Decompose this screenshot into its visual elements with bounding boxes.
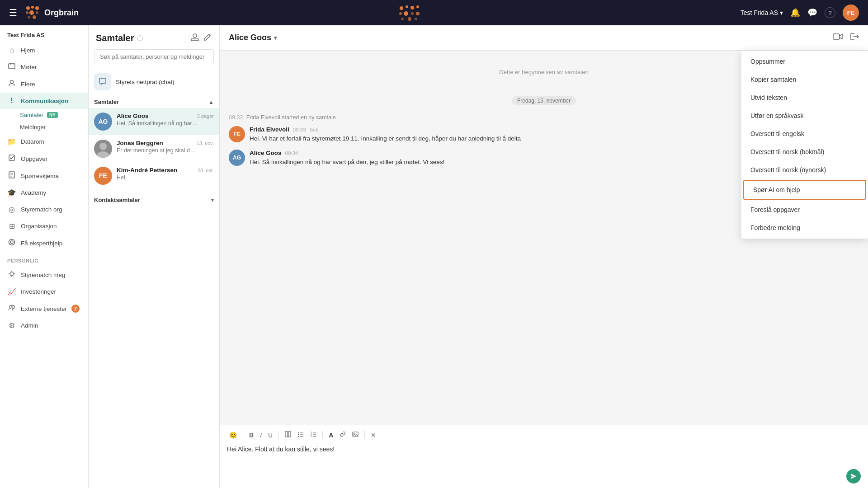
- kontakt-section-header[interactable]: Kontaktsamtaler ▾: [89, 193, 219, 206]
- video-call-icon[interactable]: [833, 33, 843, 43]
- dropdown-spor-ai[interactable]: Spør AI om hjelp: [743, 180, 866, 200]
- svg-point-5: [36, 11, 38, 14]
- send-button[interactable]: [846, 469, 861, 483]
- image-button[interactable]: [350, 430, 361, 440]
- alice-name: Alice Goos: [117, 113, 149, 119]
- sidebar-item-datarom[interactable]: 📁 Datarom: [0, 133, 88, 150]
- sidebar-item-investeringer[interactable]: 📈 Investeringer: [0, 283, 88, 300]
- sidebar-item-styrematch-meg[interactable]: Styrematch meg: [0, 266, 88, 283]
- sidebar-item-label: Investeringer: [21, 288, 56, 295]
- sidebar-item-sporreskjema[interactable]: Spørreskjema: [0, 167, 88, 184]
- sidebar: Test Frida AS ⌂ Hjem Møter Eiere ! Kommu…: [0, 25, 89, 488]
- svg-point-37: [193, 34, 197, 38]
- topbar-left: ☰ Orgbrain: [9, 5, 79, 21]
- svg-point-10: [410, 6, 414, 9]
- dropdown-foresla[interactable]: Foreslå oppgaver: [741, 201, 868, 219]
- dropdown-oversett-nn[interactable]: Oversett til norsk (nynorsk): [741, 161, 868, 179]
- sidebar-sub-samtaler[interactable]: Samtaler NY: [0, 109, 88, 121]
- dropdown-oversett-en[interactable]: Oversett til engelsk: [741, 125, 868, 143]
- company-name: Test Frida AS: [741, 9, 778, 16]
- search-box: [94, 49, 214, 64]
- underline-button[interactable]: U: [266, 430, 275, 440]
- sidebar-item-label: Academy: [21, 189, 46, 196]
- sidebar-item-moter[interactable]: Møter: [0, 58, 88, 75]
- jonas-content: Jonas Berggren 13. nov. Er det meningen …: [117, 140, 214, 154]
- bold-button[interactable]: B: [247, 430, 256, 440]
- sidebar-item-label: Styrematch org: [21, 206, 62, 213]
- dropdown-oversett-nb[interactable]: Oversett til norsk (bokmål): [741, 143, 868, 161]
- sidebar-item-kommunikasjon[interactable]: ! Kommunikasjon: [0, 93, 88, 109]
- font-color-button[interactable]: A: [326, 430, 335, 440]
- sidebar-item-academy[interactable]: 🎓 Academy: [0, 184, 88, 201]
- sidebar-item-label: Styrematch meg: [21, 272, 65, 278]
- sidebar-item-styrematch-org[interactable]: ◎ Styrematch org: [0, 201, 88, 218]
- bell-icon[interactable]: 🔔: [790, 8, 800, 18]
- close-editor-button[interactable]: ✕: [368, 430, 378, 440]
- board-chat-item[interactable]: Styrets nettprat (chat): [89, 69, 219, 95]
- conversation-item-jonas[interactable]: Jonas Berggren 13. nov. Er det meningen …: [89, 135, 219, 162]
- svg-point-0: [26, 6, 30, 10]
- dropdown-forbedre[interactable]: Forbedre melding: [741, 219, 868, 237]
- dropdown-kopier[interactable]: Kopier samtalen: [741, 70, 868, 89]
- editor-footer: [227, 469, 861, 483]
- admin-icon: ⚙: [7, 321, 16, 330]
- sidebar-sub-meldinger[interactable]: Meldinger: [0, 121, 88, 133]
- sidebar-item-organisasjon[interactable]: ⊞ Organisasjon: [0, 218, 88, 235]
- topbar-center: [397, 4, 422, 22]
- sidebar-item-hjem[interactable]: ⌂ Hjem: [0, 42, 88, 58]
- msg1-time: 09:33: [293, 127, 306, 132]
- kontakt-section-title: Kontaktsamtaler: [94, 197, 140, 203]
- quote-button[interactable]: [283, 430, 293, 440]
- sidebar-item-eiere[interactable]: Eiere: [0, 75, 88, 93]
- sidebar-item-externe-tjenester[interactable]: Externe tjenester 2: [0, 300, 88, 317]
- svg-point-18: [415, 18, 417, 20]
- svg-point-14: [411, 12, 414, 15]
- svg-rect-38: [191, 39, 198, 41]
- eksperthjelp-icon: [7, 239, 16, 248]
- organisasjon-icon: ⊞: [7, 222, 16, 230]
- conversation-item-kim[interactable]: FE Kim-André Pettersen 28. okt. Hei: [89, 162, 219, 189]
- svg-point-3: [26, 11, 28, 14]
- unordered-list-button[interactable]: [295, 430, 306, 440]
- chat-header: Alice Goos ▾: [220, 25, 868, 51]
- ordered-list-button[interactable]: 1.2.3.: [308, 430, 319, 440]
- svg-rect-44: [288, 432, 291, 437]
- profile-action-icon[interactable]: [190, 33, 199, 44]
- home-icon: ⌂: [7, 46, 16, 54]
- help-icon[interactable]: ?: [825, 7, 835, 18]
- sidebar-item-fa-eksperthjelp[interactable]: Få eksperthjelp: [0, 235, 88, 252]
- sidebar-company: Test Frida AS: [0, 25, 88, 42]
- svg-point-28: [9, 239, 15, 245]
- samtaler-section-header[interactable]: Samtaler ▲: [89, 95, 219, 108]
- dropdown-utfor[interactable]: Utfør en språkvask: [741, 107, 868, 125]
- date-divider-text: Fredag, 15. november: [512, 96, 576, 105]
- svg-point-41: [97, 151, 109, 158]
- editor-content[interactable]: Hei Alice. Flott at du kan stille, vi se…: [227, 444, 861, 466]
- conversation-item-alice[interactable]: AG Alice Goos 3 dager Hei. Så innkalling…: [89, 108, 219, 135]
- svg-rect-42: [833, 34, 840, 39]
- leave-chat-icon[interactable]: [850, 33, 859, 43]
- emoji-button[interactable]: 😊: [227, 430, 239, 440]
- italic-button[interactable]: I: [258, 430, 264, 440]
- company-arrow-icon: ▾: [780, 9, 783, 16]
- hamburger-icon[interactable]: ☰: [9, 7, 17, 18]
- dropdown-oppsummer[interactable]: Oppsummer: [741, 52, 868, 70]
- svg-point-13: [404, 11, 408, 16]
- kommunikasjon-icon: !: [7, 97, 16, 105]
- link-button[interactable]: [337, 430, 348, 440]
- company-selector[interactable]: Test Frida AS ▾: [741, 9, 783, 16]
- sidebar-item-label: Kommunikasjon: [21, 98, 68, 104]
- svg-point-29: [10, 241, 13, 244]
- ny-badge: NY: [47, 112, 58, 118]
- sidebar-item-admin[interactable]: ⚙ Admin: [0, 317, 88, 334]
- sidebar-item-oppgaver[interactable]: Oppgaver: [0, 150, 88, 167]
- search-input[interactable]: [94, 49, 214, 64]
- chat-icon[interactable]: 💬: [807, 8, 817, 18]
- user-avatar[interactable]: FE: [843, 5, 859, 21]
- sidebar-item-label: Spørreskjema: [21, 173, 59, 179]
- dropdown-utvid[interactable]: Utvid teksten: [741, 89, 868, 107]
- conversations-help-icon[interactable]: ⓘ: [137, 34, 143, 42]
- kim-content: Kim-André Pettersen 28. okt. Hei: [117, 167, 214, 181]
- compose-icon[interactable]: [203, 33, 212, 44]
- chat-title[interactable]: Alice Goos ▾: [229, 33, 277, 42]
